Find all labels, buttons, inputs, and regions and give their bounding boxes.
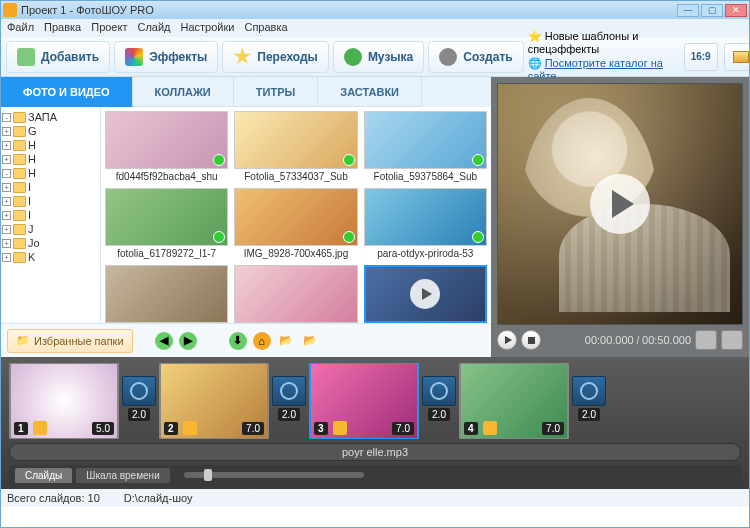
- transition-duration[interactable]: 2.0: [128, 408, 150, 421]
- thumbnail[interactable]: IMG_8928-700x465.jpg: [234, 188, 357, 259]
- tab-photo-video[interactable]: ФОТО И ВИДЕО: [1, 77, 133, 107]
- thumbnail[interactable]: para-otdyx-priroda-53: [364, 188, 487, 259]
- fullscreen-button[interactable]: [721, 330, 743, 350]
- expand-icon[interactable]: +: [2, 183, 11, 192]
- tree-item[interactable]: +J: [2, 222, 99, 236]
- thumbnail[interactable]: photodune-5636213-7: [105, 265, 228, 323]
- tab-screensavers[interactable]: ЗАСТАВКИ: [318, 77, 422, 107]
- minimize-button[interactable]: —: [677, 4, 699, 17]
- transition-box[interactable]: 2.0: [121, 376, 157, 426]
- expand-icon[interactable]: -: [2, 113, 11, 122]
- add-button[interactable]: Добавить: [6, 41, 110, 73]
- tab-collages[interactable]: КОЛЛАЖИ: [133, 77, 234, 107]
- tab-slides-mode[interactable]: Слайды: [15, 468, 72, 483]
- star-icon: [233, 48, 251, 66]
- add-all-icon[interactable]: ⬇: [229, 332, 247, 350]
- menu-file[interactable]: Файл: [7, 21, 34, 35]
- favorites-button[interactable]: 📁Избранные папки: [7, 329, 133, 353]
- timeline-slide[interactable]: 15.0: [9, 363, 119, 439]
- transition-duration[interactable]: 2.0: [278, 408, 300, 421]
- transition-box[interactable]: 2.0: [571, 376, 607, 426]
- home-icon[interactable]: ⌂: [253, 332, 271, 350]
- folder-icon: [13, 210, 26, 221]
- nav-forward-icon[interactable]: ▶: [179, 332, 197, 350]
- expand-icon[interactable]: +: [2, 253, 11, 262]
- slide-duration[interactable]: 7.0: [542, 422, 564, 435]
- tree-item[interactable]: -H: [2, 166, 99, 180]
- video-preview[interactable]: [497, 83, 743, 325]
- edit-icon[interactable]: [183, 421, 197, 435]
- thumbnail[interactable]: fd044f5f92bacba4_shu: [105, 111, 228, 182]
- promo-text: Новые шаблоны и спецэффекты: [528, 30, 639, 55]
- transition-box[interactable]: 2.0: [421, 376, 457, 426]
- edit-icon[interactable]: [483, 421, 497, 435]
- tree-item-label: H: [28, 167, 36, 179]
- stop-button[interactable]: [521, 330, 541, 350]
- tree-item[interactable]: +I: [2, 208, 99, 222]
- create-button[interactable]: Создать: [428, 41, 523, 73]
- timeline-panel: 15.02.027.02.037.02.047.02.0 poyr elle.m…: [1, 357, 749, 489]
- tree-item[interactable]: -ЗАПА: [2, 110, 99, 124]
- zoom-slider[interactable]: [184, 472, 364, 478]
- menu-help[interactable]: Справка: [244, 21, 287, 35]
- music-button[interactable]: Музыка: [333, 41, 424, 73]
- tree-item[interactable]: +I: [2, 180, 99, 194]
- play-button[interactable]: [497, 330, 517, 350]
- audio-track[interactable]: poyr elle.mp3: [9, 443, 741, 461]
- transition-box[interactable]: 2.0: [271, 376, 307, 426]
- timeline-track[interactable]: 15.02.027.02.037.02.047.02.0: [9, 363, 741, 439]
- bgcolor-button[interactable]: [724, 43, 750, 71]
- expand-icon[interactable]: +: [2, 127, 11, 136]
- thumbnail-image: [364, 188, 487, 246]
- transition-duration[interactable]: 2.0: [428, 408, 450, 421]
- thumbnail[interactable]: Fotolia_59375864_Sub: [364, 111, 487, 182]
- status-path: D:\слайд-шоу: [124, 492, 193, 504]
- timeline-slide[interactable]: 47.0: [459, 363, 569, 439]
- expand-icon[interactable]: +: [2, 211, 11, 220]
- tree-item[interactable]: +H: [2, 138, 99, 152]
- timeline-slide[interactable]: 37.0: [309, 363, 419, 439]
- expand-icon[interactable]: +: [2, 155, 11, 164]
- fav-add-icon[interactable]: 📂: [277, 332, 295, 350]
- expand-icon[interactable]: +: [2, 197, 11, 206]
- expand-icon[interactable]: -: [2, 169, 11, 178]
- slide-duration[interactable]: 7.0: [242, 422, 264, 435]
- effects-button[interactable]: Эффекты: [114, 41, 218, 73]
- edit-icon[interactable]: [33, 421, 47, 435]
- tab-timeline-mode[interactable]: Шкала времени: [76, 468, 169, 483]
- expand-icon[interactable]: +: [2, 239, 11, 248]
- thumbnail[interactable]: Fotolia_57334037_Sub: [234, 111, 357, 182]
- slide-duration[interactable]: 5.0: [92, 422, 114, 435]
- snapshot-button[interactable]: [695, 330, 717, 350]
- tree-item[interactable]: +K: [2, 250, 99, 264]
- folder-tree[interactable]: -ЗАПА+G+H+H-H+I+I+I+J+Jo+K: [1, 107, 101, 323]
- tree-item[interactable]: +G: [2, 124, 99, 138]
- timeline-slide[interactable]: 27.0: [159, 363, 269, 439]
- zoom-thumb[interactable]: [204, 469, 212, 481]
- palette-icon: [125, 48, 143, 66]
- folder-icon: [13, 238, 26, 249]
- tree-item[interactable]: +H: [2, 152, 99, 166]
- close-button[interactable]: ✕: [725, 4, 747, 17]
- expand-icon[interactable]: +: [2, 141, 11, 150]
- tree-item[interactable]: +Jo: [2, 236, 99, 250]
- thumbnail[interactable]: shutterstock_7254: [234, 265, 357, 323]
- menu-settings[interactable]: Настройки: [181, 21, 235, 35]
- menu-project[interactable]: Проект: [91, 21, 127, 35]
- edit-icon[interactable]: [333, 421, 347, 435]
- tab-titles[interactable]: ТИТРЫ: [234, 77, 318, 107]
- tree-item[interactable]: +I: [2, 194, 99, 208]
- menu-edit[interactable]: Правка: [44, 21, 81, 35]
- maximize-button[interactable]: ▢: [701, 4, 723, 17]
- menu-slide[interactable]: Слайд: [137, 21, 170, 35]
- thumbnail[interactable]: fotolia_61789272_l1-7: [105, 188, 228, 259]
- aspect-ratio-button[interactable]: 16:9: [684, 43, 718, 71]
- transitions-button[interactable]: Переходы: [222, 41, 329, 73]
- nav-back-icon[interactable]: ◀: [155, 332, 173, 350]
- slide-duration[interactable]: 7.0: [392, 422, 414, 435]
- fav-remove-icon[interactable]: 📂: [301, 332, 319, 350]
- expand-icon[interactable]: +: [2, 225, 11, 234]
- thumbnail[interactable]: видео.mp4: [364, 265, 487, 323]
- play-overlay-icon[interactable]: [590, 174, 650, 234]
- transition-duration[interactable]: 2.0: [578, 408, 600, 421]
